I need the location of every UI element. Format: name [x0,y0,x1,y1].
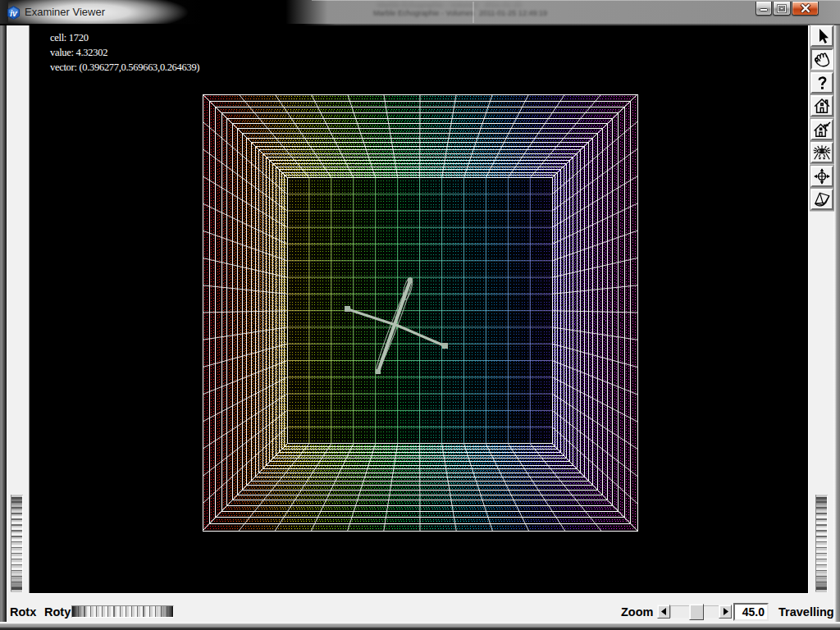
svg-text:value: 4.32302: value: 4.32302 [50,47,107,58]
svg-text:cell: 1720: cell: 1720 [50,32,89,43]
svg-text:iv: iv [10,9,18,18]
svg-text:vector: (0.396277,0.569663,0.2: vector: (0.396277,0.569663,0.264639) [50,62,199,73]
